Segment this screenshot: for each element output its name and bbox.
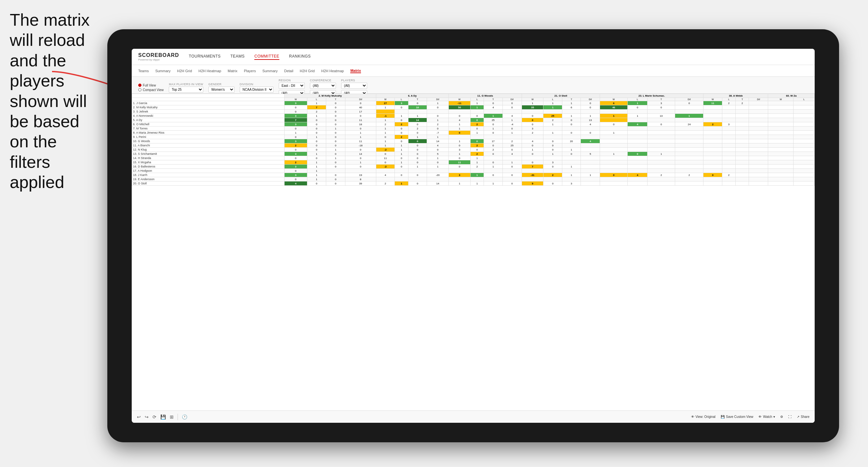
matrix-cell: [470, 110, 484, 114]
tab-teams[interactable]: Teams: [138, 69, 149, 73]
matrix-cell: 1: [648, 152, 675, 156]
matrix-cell: 0: [408, 144, 427, 148]
matrix-cell: 17: [484, 139, 502, 144]
redo-icon[interactable]: ↪: [145, 414, 149, 419]
matrix-cell: 1: [376, 126, 395, 131]
matrix-cell: 11: [448, 160, 470, 164]
save-custom-btn[interactable]: 💾 Save Custom View: [721, 415, 753, 418]
nav-tournaments[interactable]: TOURNAMENTS: [189, 54, 221, 60]
matrix-cell: 13: [581, 118, 600, 122]
matrix-cell: 0: [285, 105, 307, 110]
matrix-cell: 1: [427, 135, 448, 139]
tab-h2h-heatmap-1[interactable]: H2H Heatmap: [198, 69, 221, 73]
tab-matrix-1[interactable]: Matrix: [228, 69, 238, 73]
division-select[interactable]: NCAA Division II NCAA Division I: [240, 87, 274, 93]
gender-select[interactable]: Women's Men's: [209, 87, 235, 93]
compact-view-radio[interactable]: [138, 88, 142, 91]
matrix-cell: 0: [307, 156, 326, 160]
matrix-cell: [648, 110, 675, 114]
full-view-option[interactable]: Full View: [138, 84, 163, 87]
matrix-cell: [675, 148, 704, 152]
matrix-cell: [749, 101, 768, 105]
refresh-icon[interactable]: ⟳: [153, 414, 156, 419]
tab-h2h-grid-1[interactable]: H2H Grid: [177, 69, 192, 73]
matrix-cell: [522, 169, 544, 173]
matrix-cell: [736, 160, 749, 164]
matrix-cell: [768, 173, 794, 177]
matrix-cell: 0: [522, 118, 544, 122]
matrix-cell: [562, 177, 581, 182]
share-icon: ↗: [797, 415, 799, 418]
share-btn[interactable]: ↗ Share: [797, 415, 809, 418]
zoom-icon[interactable]: ⊞: [170, 414, 174, 419]
watch-btn[interactable]: 👁 Watch ▾: [758, 415, 775, 418]
clock-icon[interactable]: 🕐: [182, 414, 187, 419]
matrix-cell: -11: [448, 101, 470, 105]
matrix-cell: 0: [345, 148, 376, 152]
tab-matrix-2[interactable]: Matrix: [350, 69, 361, 73]
matrix-cell: [704, 114, 722, 118]
nav-committee[interactable]: COMMITTEE: [254, 54, 279, 60]
region-select[interactable]: East - DII (All): [279, 83, 305, 89]
tab-summary-1[interactable]: Summary: [155, 69, 170, 73]
matrix-cell: [562, 126, 581, 131]
tab-players[interactable]: Players: [244, 69, 256, 73]
undo-icon[interactable]: ↩: [137, 414, 141, 419]
expand-btn[interactable]: ⛶: [788, 415, 792, 418]
matrix-cell: [581, 156, 600, 160]
settings-btn[interactable]: ⚙: [780, 415, 783, 418]
matrix-cell: 1: [376, 144, 395, 148]
matrix-cell: [628, 139, 648, 144]
matrix-cell: 0: [562, 152, 581, 156]
tab-h2h-grid-2[interactable]: H2H Grid: [300, 69, 315, 73]
matrix-cell: [794, 182, 815, 186]
matrix-cell: 2: [648, 173, 675, 177]
compact-view-option[interactable]: Compact View: [138, 88, 163, 92]
matrix-cell: [704, 169, 722, 173]
matrix-cell: 2: [484, 148, 502, 152]
player-name: 10. G Woods: [132, 139, 285, 144]
matrix-cell: [675, 177, 704, 182]
matrix-cell: [600, 177, 628, 182]
matrix-cell: 0: [285, 156, 307, 160]
matrix-cell: 1: [427, 156, 448, 160]
nav-items: TOURNAMENTS TEAMS COMMITTEE RANKINGS: [189, 54, 311, 60]
save-icon[interactable]: 💾: [160, 414, 166, 419]
matrix-cell: [768, 152, 794, 156]
conference-select[interactable]: (All): [310, 83, 336, 89]
players-select[interactable]: (All): [341, 83, 367, 89]
matrix-cell: [794, 164, 815, 169]
max-players-select[interactable]: Top 25 Top 50: [169, 87, 203, 93]
matrix-cell: 8: [345, 177, 376, 182]
matrix-cell: 0: [326, 139, 345, 144]
watch-icon: 👁: [758, 415, 762, 418]
matrix-cell: 0: [326, 110, 345, 114]
full-view-radio[interactable]: [138, 84, 142, 87]
matrix-cell: 0: [600, 122, 628, 126]
matrix-cell: [581, 164, 600, 169]
matrix-cell: [768, 182, 794, 186]
matrix-cell: 1: [484, 114, 502, 118]
nav-teams[interactable]: TEAMS: [230, 54, 245, 60]
matrix-cell: [736, 126, 749, 131]
matrix-cell: 0: [376, 135, 395, 139]
matrix-cell: 1: [581, 173, 600, 177]
player-name: 16. D Ballesteros: [132, 164, 285, 169]
matrix-cell: 2: [736, 101, 749, 105]
matrix-cell: [749, 182, 768, 186]
matrix-cell: 1: [628, 101, 648, 105]
view-original-btn[interactable]: 👁 View: Original: [691, 415, 716, 418]
matrix-cell: 2: [502, 139, 522, 144]
matrix-cell: [794, 131, 815, 135]
matrix-cell: 1: [562, 148, 581, 152]
tab-h2h-heatmap-2[interactable]: H2H Heatmap: [321, 69, 344, 73]
matrix-cell: 1: [395, 148, 408, 152]
nav-rankings[interactable]: RANKINGS: [289, 54, 311, 60]
matrix-cell: [648, 131, 675, 135]
tab-summary-2[interactable]: Summary: [262, 69, 278, 73]
table-row: 7. M Torres0010102010103: [132, 126, 815, 131]
matrix-cell: 3: [544, 160, 562, 164]
matrix-cell: 0: [345, 164, 376, 169]
player-name: 19. E Andersson: [132, 177, 285, 182]
tab-detail[interactable]: Detail: [284, 69, 293, 73]
